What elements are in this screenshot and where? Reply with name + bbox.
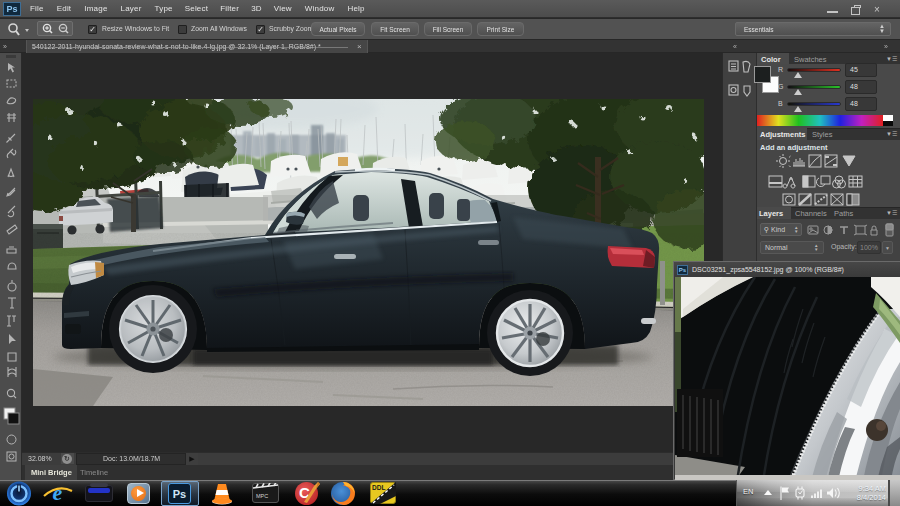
svg-text:MPC: MPC [256, 493, 268, 499]
svg-text:DDL: DDL [372, 484, 385, 491]
